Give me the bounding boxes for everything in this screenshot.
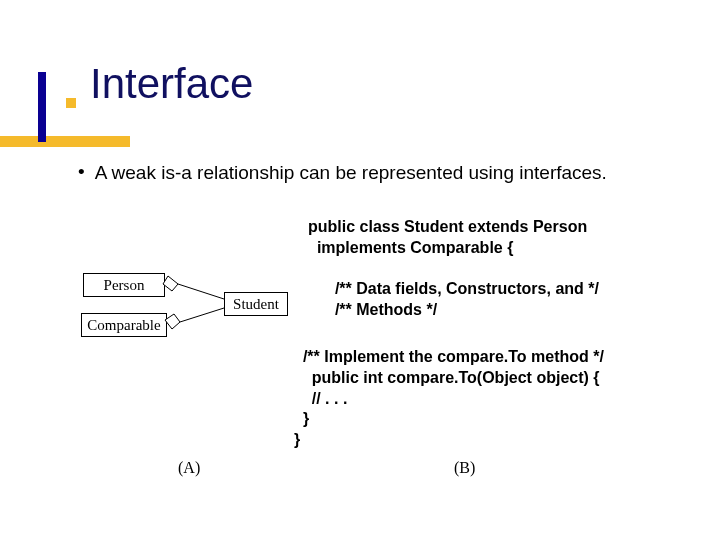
label-b: (B) bbox=[454, 459, 475, 477]
svg-marker-3 bbox=[165, 314, 180, 329]
title-accent-horizontal bbox=[0, 136, 130, 147]
title-accent-vertical bbox=[38, 72, 46, 142]
uml-class-person: Person bbox=[83, 273, 165, 297]
code-fields-methods: /** Data fields, Constructors, and */ /*… bbox=[326, 279, 599, 321]
svg-marker-1 bbox=[163, 276, 178, 291]
bullet-dot-icon: • bbox=[78, 160, 85, 185]
title-accent-square bbox=[66, 98, 76, 108]
code-class-declaration: public class Student extends Person impl… bbox=[308, 217, 587, 259]
slide: Interface • A weak is-a relationship can… bbox=[0, 0, 720, 540]
label-a: (A) bbox=[178, 459, 200, 477]
uml-class-student: Student bbox=[224, 292, 288, 316]
uml-class-label: Student bbox=[233, 296, 279, 313]
bullet-item: • A weak is-a relationship can be repres… bbox=[78, 160, 666, 186]
uml-class-label: Comparable bbox=[87, 317, 160, 334]
slide-title: Interface bbox=[90, 60, 253, 108]
code-compare-to: /** Implement the compare.To method */ p… bbox=[294, 347, 604, 451]
uml-interface-comparable: Comparable bbox=[81, 313, 167, 337]
svg-line-0 bbox=[178, 284, 224, 299]
svg-line-2 bbox=[180, 308, 224, 322]
bullet-text: A weak is-a relationship can be represen… bbox=[95, 160, 666, 186]
uml-class-label: Person bbox=[104, 277, 145, 294]
